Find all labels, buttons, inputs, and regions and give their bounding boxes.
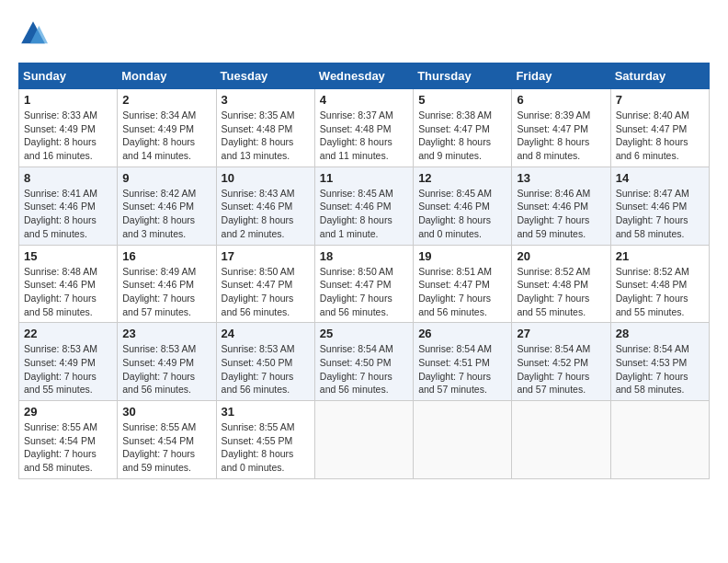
calendar-cell: 8Sunrise: 8:41 AMSunset: 4:46 PMDaylight…	[19, 167, 118, 245]
day-number: 14	[616, 171, 704, 185]
day-number: 10	[222, 171, 310, 185]
calendar-cell: 6Sunrise: 8:39 AMSunset: 4:47 PMDaylight…	[512, 89, 610, 167]
day-info: Sunrise: 8:45 AMSunset: 4:46 PMDaylight:…	[418, 187, 506, 241]
day-info: Sunrise: 8:37 AMSunset: 4:48 PMDaylight:…	[320, 109, 408, 163]
weekday-header: Saturday	[610, 63, 709, 89]
day-info: Sunrise: 8:54 AMSunset: 4:53 PMDaylight:…	[616, 342, 704, 396]
day-info: Sunrise: 8:49 AMSunset: 4:46 PMDaylight:…	[122, 265, 210, 319]
day-number: 4	[320, 93, 408, 107]
day-info: Sunrise: 8:48 AMSunset: 4:46 PMDaylight:…	[24, 265, 112, 319]
day-number: 24	[222, 327, 310, 340]
calendar-cell: 14Sunrise: 8:47 AMSunset: 4:46 PMDayligh…	[610, 167, 709, 245]
day-info: Sunrise: 8:54 AMSunset: 4:50 PMDaylight:…	[320, 342, 408, 396]
calendar-cell: 10Sunrise: 8:43 AMSunset: 4:46 PMDayligh…	[216, 167, 314, 245]
day-number: 8	[24, 171, 112, 185]
calendar-cell: 13Sunrise: 8:46 AMSunset: 4:46 PMDayligh…	[512, 167, 610, 245]
calendar-cell: 31Sunrise: 8:55 AMSunset: 4:55 PMDayligh…	[216, 401, 314, 479]
logo	[18, 18, 51, 48]
calendar-table: SundayMondayTuesdayWednesdayThursdayFrid…	[18, 63, 710, 479]
day-info: Sunrise: 8:50 AMSunset: 4:47 PMDaylight:…	[222, 265, 310, 319]
calendar-cell: 9Sunrise: 8:42 AMSunset: 4:46 PMDaylight…	[118, 167, 216, 245]
day-info: Sunrise: 8:34 AMSunset: 4:49 PMDaylight:…	[122, 109, 210, 163]
calendar-cell: 16Sunrise: 8:49 AMSunset: 4:46 PMDayligh…	[118, 245, 216, 323]
day-number: 21	[616, 249, 704, 263]
day-number: 29	[24, 405, 112, 419]
calendar-cell: 20Sunrise: 8:52 AMSunset: 4:48 PMDayligh…	[512, 245, 610, 323]
day-number: 31	[222, 405, 310, 419]
calendar-week-row: 22Sunrise: 8:53 AMSunset: 4:49 PMDayligh…	[19, 323, 710, 401]
calendar-cell: 29Sunrise: 8:55 AMSunset: 4:54 PMDayligh…	[19, 401, 118, 479]
day-number: 30	[122, 405, 210, 419]
logo-icon	[18, 18, 48, 48]
weekday-header: Thursday	[414, 63, 512, 89]
day-number: 2	[122, 93, 210, 107]
calendar-cell: 19Sunrise: 8:51 AMSunset: 4:47 PMDayligh…	[414, 245, 512, 323]
day-number: 15	[24, 249, 112, 263]
day-number: 17	[222, 249, 310, 263]
calendar-week-row: 29Sunrise: 8:55 AMSunset: 4:54 PMDayligh…	[19, 401, 710, 479]
day-info: Sunrise: 8:43 AMSunset: 4:46 PMDaylight:…	[222, 187, 310, 241]
calendar-week-row: 8Sunrise: 8:41 AMSunset: 4:46 PMDaylight…	[19, 167, 710, 245]
day-number: 12	[418, 171, 506, 185]
day-number: 18	[320, 249, 408, 263]
calendar-cell: 21Sunrise: 8:52 AMSunset: 4:48 PMDayligh…	[610, 245, 709, 323]
calendar-cell	[512, 401, 610, 479]
calendar-cell: 22Sunrise: 8:53 AMSunset: 4:49 PMDayligh…	[19, 323, 118, 401]
day-number: 11	[320, 171, 408, 185]
day-info: Sunrise: 8:47 AMSunset: 4:46 PMDaylight:…	[616, 187, 704, 241]
day-number: 16	[122, 249, 210, 263]
calendar-cell	[610, 401, 709, 479]
weekday-header: Tuesday	[216, 63, 314, 89]
weekday-header: Friday	[512, 63, 610, 89]
day-info: Sunrise: 8:55 AMSunset: 4:55 PMDaylight:…	[222, 420, 310, 475]
day-info: Sunrise: 8:51 AMSunset: 4:47 PMDaylight:…	[418, 265, 506, 319]
weekday-header: Monday	[118, 63, 216, 89]
day-info: Sunrise: 8:54 AMSunset: 4:52 PMDaylight:…	[517, 342, 605, 396]
day-info: Sunrise: 8:55 AMSunset: 4:54 PMDaylight:…	[24, 420, 112, 475]
day-info: Sunrise: 8:40 AMSunset: 4:47 PMDaylight:…	[616, 109, 704, 163]
calendar-header-row: SundayMondayTuesdayWednesdayThursdayFrid…	[19, 63, 710, 89]
day-info: Sunrise: 8:46 AMSunset: 4:46 PMDaylight:…	[517, 187, 605, 241]
day-number: 28	[616, 327, 704, 340]
day-info: Sunrise: 8:52 AMSunset: 4:48 PMDaylight:…	[517, 265, 605, 319]
day-info: Sunrise: 8:38 AMSunset: 4:47 PMDaylight:…	[418, 109, 506, 163]
day-number: 7	[616, 93, 704, 107]
day-info: Sunrise: 8:53 AMSunset: 4:50 PMDaylight:…	[222, 342, 310, 396]
weekday-header: Sunday	[19, 63, 118, 89]
calendar-cell	[314, 401, 413, 479]
day-info: Sunrise: 8:54 AMSunset: 4:51 PMDaylight:…	[418, 342, 506, 396]
calendar-cell: 15Sunrise: 8:48 AMSunset: 4:46 PMDayligh…	[19, 245, 118, 323]
calendar-cell: 5Sunrise: 8:38 AMSunset: 4:47 PMDaylight…	[414, 89, 512, 167]
calendar-cell: 17Sunrise: 8:50 AMSunset: 4:47 PMDayligh…	[216, 245, 314, 323]
calendar-cell: 11Sunrise: 8:45 AMSunset: 4:46 PMDayligh…	[314, 167, 413, 245]
calendar-cell: 30Sunrise: 8:55 AMSunset: 4:54 PMDayligh…	[118, 401, 216, 479]
day-number: 9	[122, 171, 210, 185]
day-number: 6	[517, 93, 605, 107]
day-number: 23	[122, 327, 210, 340]
day-info: Sunrise: 8:53 AMSunset: 4:49 PMDaylight:…	[122, 342, 210, 396]
calendar-cell: 7Sunrise: 8:40 AMSunset: 4:47 PMDaylight…	[610, 89, 709, 167]
day-info: Sunrise: 8:55 AMSunset: 4:54 PMDaylight:…	[122, 420, 210, 475]
calendar-cell: 18Sunrise: 8:50 AMSunset: 4:47 PMDayligh…	[314, 245, 413, 323]
day-number: 26	[418, 327, 506, 340]
calendar-cell: 24Sunrise: 8:53 AMSunset: 4:50 PMDayligh…	[216, 323, 314, 401]
day-info: Sunrise: 8:52 AMSunset: 4:48 PMDaylight:…	[616, 265, 704, 319]
calendar-cell	[414, 401, 512, 479]
calendar-cell: 23Sunrise: 8:53 AMSunset: 4:49 PMDayligh…	[118, 323, 216, 401]
page-header	[18, 18, 710, 48]
day-info: Sunrise: 8:39 AMSunset: 4:47 PMDaylight:…	[517, 109, 605, 163]
day-info: Sunrise: 8:50 AMSunset: 4:47 PMDaylight:…	[320, 265, 408, 319]
day-number: 27	[517, 327, 605, 340]
day-info: Sunrise: 8:33 AMSunset: 4:49 PMDaylight:…	[24, 109, 112, 163]
calendar-cell: 2Sunrise: 8:34 AMSunset: 4:49 PMDaylight…	[118, 89, 216, 167]
day-number: 19	[418, 249, 506, 263]
calendar-cell: 3Sunrise: 8:35 AMSunset: 4:48 PMDaylight…	[216, 89, 314, 167]
calendar-week-row: 1Sunrise: 8:33 AMSunset: 4:49 PMDaylight…	[19, 89, 710, 167]
day-number: 13	[517, 171, 605, 185]
calendar-cell: 28Sunrise: 8:54 AMSunset: 4:53 PMDayligh…	[610, 323, 709, 401]
day-number: 5	[418, 93, 506, 107]
day-number: 20	[517, 249, 605, 263]
day-number: 25	[320, 327, 408, 340]
day-number: 22	[24, 327, 112, 340]
calendar-week-row: 15Sunrise: 8:48 AMSunset: 4:46 PMDayligh…	[19, 245, 710, 323]
